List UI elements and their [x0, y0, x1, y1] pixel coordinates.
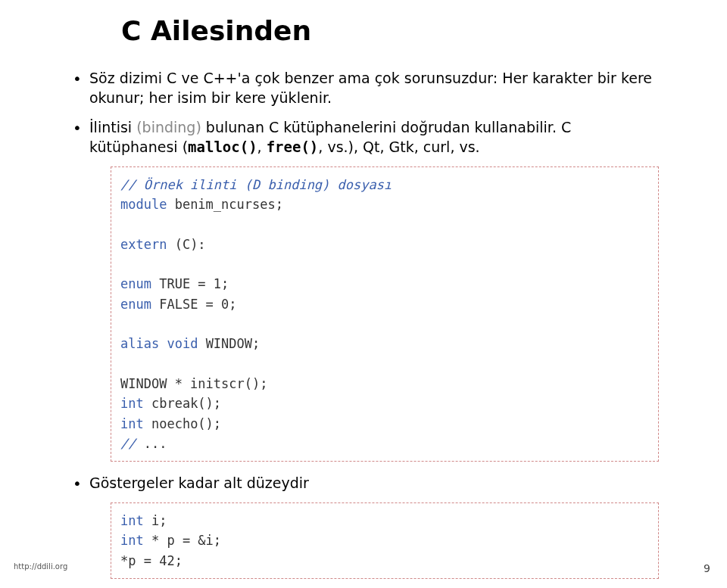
code1-l3b: (C):: [167, 237, 205, 252]
bullet-2-free: free(): [267, 138, 319, 155]
code-box-1: // Örnek ilinti (D binding) dosyası modu…: [111, 166, 659, 462]
bullet-2-part-a: İlintisi: [89, 119, 136, 135]
code1-l9b: noecho();: [144, 416, 221, 431]
code1-l8a: int: [120, 396, 144, 411]
code1-l6b: [159, 336, 167, 351]
code1-l6d: WINDOW;: [198, 336, 260, 351]
bullet-3-text: Göstergeler kadar alt düzeydir: [89, 474, 309, 491]
bullet-2-malloc: malloc(): [188, 138, 257, 155]
bullet-1: Söz dizimi C ve C++'a çok benzer ama çok…: [68, 69, 659, 107]
bullet-list: Söz dizimi C ve C++'a çok benzer ama çok…: [68, 69, 659, 579]
code1-l6c: void: [167, 336, 198, 351]
code1-l5b: FALSE = 0;: [151, 297, 237, 312]
code1-l8b: cbreak();: [144, 396, 221, 411]
bullet-2-binding: (binding): [136, 119, 201, 135]
code1-l7: WINDOW * initscr();: [120, 376, 267, 391]
code1-l3a: extern: [120, 237, 167, 252]
code1-l2a: module: [120, 197, 167, 212]
bullet-2-part-d: , vs.), Qt, Gtk, curl, vs.: [318, 138, 479, 155]
code1-l2b: benim_ncurses;: [167, 197, 283, 212]
bullet-2-part-c: ,: [257, 138, 267, 155]
code2-l2b: * p = &i;: [144, 533, 221, 548]
bullet-2: İlintisi (binding) bulunan C kütüphanele…: [68, 118, 659, 462]
code2-l1a: int: [120, 513, 144, 528]
code1-l1: // Örnek ilinti (D binding) dosyası: [120, 177, 392, 192]
content: Söz dizimi C ve C++'a çok benzer ama çok…: [68, 69, 659, 579]
code1-l5a: enum: [120, 297, 151, 312]
code1-l6a: alias: [120, 336, 159, 351]
code1-l4a: enum: [120, 276, 151, 291]
footer-url: http://ddili.org: [14, 562, 67, 574]
code1-l10a: //: [120, 436, 136, 451]
code2-l1b: i;: [144, 513, 167, 528]
code1-l4b: TRUE = 1;: [151, 276, 229, 291]
bullet-1-text: Söz dizimi C ve C++'a çok benzer ama çok…: [89, 70, 652, 106]
code1-l9a: int: [120, 416, 144, 431]
code1-l10b: ...: [136, 436, 167, 451]
page-title: C Ailesinden: [121, 15, 659, 46]
page-number: 9: [704, 562, 710, 574]
footer: http://ddili.org 9: [14, 562, 710, 574]
code2-l2a: int: [120, 533, 144, 548]
